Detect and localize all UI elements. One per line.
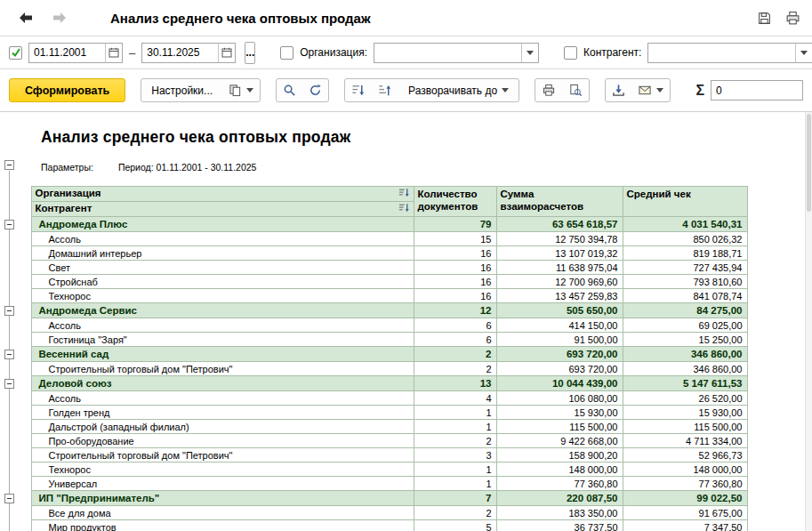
docs-count-cell[interactable]: 1	[414, 477, 496, 491]
date-to-picker-button[interactable]	[218, 44, 235, 62]
column-header-docs[interactable]: Количество документов	[414, 187, 496, 217]
avg-check-cell[interactable]: 84 275,00	[623, 303, 747, 318]
scrollbar-thumb[interactable]	[807, 114, 811, 212]
collapse-group-toggle[interactable]	[4, 350, 14, 359]
avg-check-cell[interactable]: 26 520,00	[623, 391, 747, 406]
sum-cell[interactable]: 183 350,00	[496, 506, 623, 520]
detail-row[interactable]: Строительный торговый дом "Петрович"2693…	[0, 362, 747, 376]
org-checkbox[interactable]	[280, 46, 293, 60]
print-report-button[interactable]	[535, 79, 562, 101]
avg-check-cell[interactable]: 148 000,00	[623, 463, 747, 477]
contragent-cell[interactable]: Ассоль	[31, 391, 414, 406]
period-more-button[interactable]: ...	[245, 42, 255, 64]
detail-row[interactable]: Свет1611 638 975,04727 435,94	[0, 261, 747, 275]
avg-check-cell[interactable]: 727 435,94	[623, 261, 747, 275]
group-row[interactable]: ИП "Предприниматель"7220 087,5099 022,50	[0, 491, 747, 506]
detail-row[interactable]: Технорос1613 457 259,83841 078,74	[0, 289, 747, 303]
sum-cell[interactable]: 77 360,80	[496, 477, 623, 491]
date-to-input[interactable]	[142, 44, 218, 62]
contragent-cell[interactable]: Про-оборудование	[31, 434, 414, 448]
generate-button[interactable]: Сформировать	[9, 78, 125, 102]
column-header-org[interactable]: Организация	[31, 187, 414, 202]
detail-row[interactable]: Ассоль4106 080,0026 520,00	[0, 391, 747, 406]
search-button[interactable]	[277, 79, 302, 101]
org-cell[interactable]: Деловой союз	[31, 376, 414, 391]
avg-check-cell[interactable]: 850 026,32	[623, 232, 747, 246]
detail-row[interactable]: Про-оборудование29 422 668,004 711 334,0…	[0, 434, 747, 448]
sum-cell[interactable]: 106 080,00	[496, 391, 623, 406]
avg-check-cell[interactable]: 4 711 334,00	[623, 434, 747, 448]
sum-cell[interactable]: 36 737,50	[496, 520, 623, 531]
avg-check-cell[interactable]: 69 025,00	[623, 318, 747, 333]
date-from-input[interactable]	[29, 44, 105, 62]
docs-count-cell[interactable]: 16	[414, 275, 496, 289]
detail-row[interactable]: Гостиница "Заря"691 500,0015 250,00	[0, 333, 747, 347]
contragent-cell[interactable]: Все для дома	[31, 506, 414, 520]
contragent-cell[interactable]: Свет	[31, 261, 414, 275]
print-button[interactable]	[784, 9, 801, 27]
docs-count-cell[interactable]: 2	[414, 506, 496, 520]
detail-row[interactable]: Мир продуктов536 737,507 347,50	[0, 520, 747, 531]
vertical-scrollbar[interactable]	[805, 112, 812, 531]
avg-check-cell[interactable]: 793 810,60	[623, 275, 747, 289]
docs-count-cell[interactable]: 6	[414, 333, 496, 347]
send-email-button[interactable]	[631, 79, 670, 101]
collapse-group-toggle[interactable]	[4, 220, 14, 229]
docs-count-cell[interactable]: 1	[414, 463, 496, 477]
org-input[interactable]	[374, 44, 521, 62]
sum-input[interactable]	[711, 80, 803, 101]
docs-count-cell[interactable]: 13	[414, 376, 496, 391]
contragent-cell[interactable]: Строительный торговый дом "Петрович"	[31, 362, 414, 376]
group-row[interactable]: Андромеда Сервис12505 650,0084 275,00	[0, 303, 747, 318]
period-checkbox[interactable]	[9, 46, 22, 60]
sum-cell[interactable]: 220 087,50	[496, 491, 623, 506]
detail-row[interactable]: Строительный торговый дом "Петрович"3158…	[0, 448, 747, 463]
docs-count-cell[interactable]: 15	[414, 232, 496, 246]
avg-check-cell[interactable]: 346 860,00	[623, 347, 747, 362]
avg-check-cell[interactable]: 91 675,00	[623, 506, 747, 520]
docs-count-cell[interactable]: 16	[414, 289, 496, 303]
detail-row[interactable]: Дальстрой (западный филиал)1115 500,0011…	[0, 420, 747, 434]
contragent-cell[interactable]: Универсал	[31, 477, 414, 491]
avg-check-cell[interactable]: 15 930,00	[623, 406, 747, 420]
collapse-group-toggle[interactable]	[4, 379, 14, 389]
detail-row[interactable]: Ассоль1512 750 394,78850 026,32	[0, 232, 747, 246]
date-from-picker-button[interactable]	[105, 44, 122, 62]
sum-cell[interactable]: 15 930,00	[496, 406, 623, 420]
search-next-button[interactable]	[302, 79, 328, 101]
group-row[interactable]: Андромеда Плюс7963 654 618,574 031 540,3…	[0, 217, 747, 232]
sum-cell[interactable]: 12 750 394,78	[496, 232, 623, 246]
collapse-group-toggle[interactable]	[4, 306, 14, 316]
sum-cell[interactable]: 693 720,00	[496, 347, 623, 362]
sum-cell[interactable]: 10 044 439,00	[496, 376, 623, 391]
avg-check-cell[interactable]: 7 347,50	[623, 520, 747, 531]
sum-cell[interactable]: 158 900,20	[496, 448, 623, 463]
org-cell[interactable]: Андромеда Сервис	[31, 303, 414, 318]
column-header-sum[interactable]: Сумма взаиморасчетов	[496, 187, 623, 217]
detail-row[interactable]: Все для дома2183 350,0091 675,00	[0, 506, 747, 520]
docs-count-cell[interactable]: 4	[414, 391, 496, 406]
avg-check-cell[interactable]: 5 147 611,53	[623, 376, 747, 391]
contragent-cell[interactable]: Ассоль	[31, 318, 414, 333]
docs-count-cell[interactable]: 2	[414, 434, 496, 448]
settings-button[interactable]: Настройки...	[141, 79, 222, 101]
detail-row[interactable]: Ассоль6414 150,0069 025,00	[0, 318, 747, 333]
collapse-groups-button[interactable]	[345, 79, 372, 101]
avg-check-cell[interactable]: 115 500,00	[623, 420, 747, 434]
sum-cell[interactable]: 12 700 969,60	[496, 275, 623, 289]
print-preview-button[interactable]	[562, 79, 589, 101]
avg-check-cell[interactable]: 841 078,74	[623, 289, 747, 303]
expand-groups-button[interactable]	[372, 79, 398, 101]
contragent-cell[interactable]: Гостиница "Заря"	[31, 333, 414, 347]
detail-row[interactable]: Домашний интерьер1613 107 019,32819 188,…	[0, 246, 747, 261]
avg-check-cell[interactable]: 99 022,50	[623, 491, 747, 506]
group-row[interactable]: Весенний сад2693 720,00346 860,00	[0, 347, 747, 362]
report-variants-button[interactable]	[222, 79, 260, 101]
detail-row[interactable]: Стройснаб1612 700 969,60793 810,60	[0, 275, 747, 289]
contragent-cell[interactable]: Стройснаб	[31, 275, 414, 289]
expand-to-button[interactable]: Разворачивать до	[398, 79, 519, 101]
contragent-cell[interactable]: Технорос	[31, 463, 414, 477]
docs-count-cell[interactable]: 5	[414, 520, 496, 531]
contragent-cell[interactable]: Мир продуктов	[31, 520, 414, 531]
forward-button[interactable]	[50, 8, 69, 28]
